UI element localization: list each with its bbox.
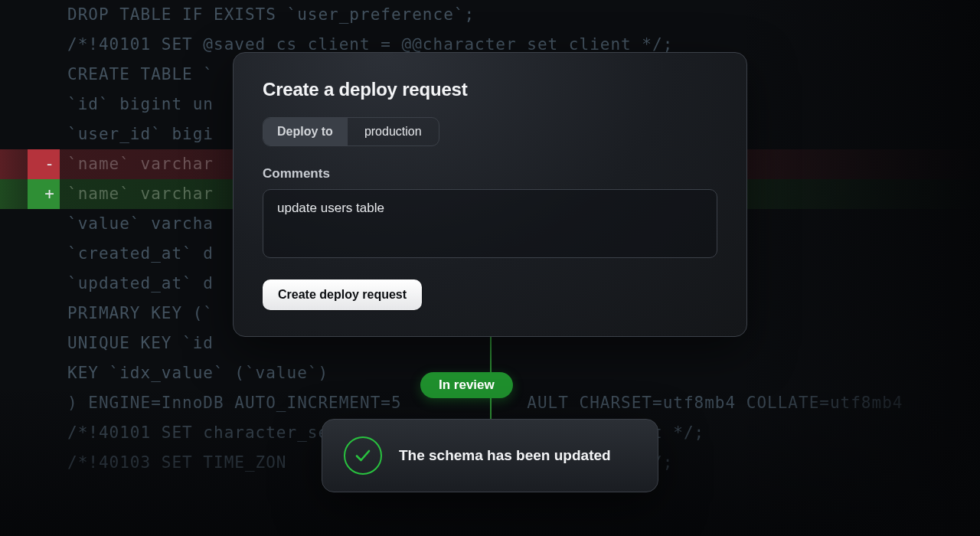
comments-textarea[interactable]	[263, 189, 717, 258]
code-text: `id` bigint un	[67, 90, 214, 119]
deploy-to-selector[interactable]: Deploy to production	[263, 117, 439, 146]
schema-updated-toast: The schema has been updated	[322, 419, 658, 492]
code-text: UNIQUE KEY `id	[67, 328, 214, 358]
check-circle-icon	[344, 436, 382, 475]
code-text: PRIMARY KEY (`	[67, 299, 214, 328]
minus-icon: -	[41, 149, 58, 179]
plus-icon: +	[41, 179, 58, 209]
toast-message: The schema has been updated	[399, 447, 611, 464]
deploy-request-modal: Create a deploy request Deploy to produc…	[233, 52, 747, 337]
code-text: `name` varchar	[67, 149, 214, 179]
code-line: DROP TABLE IF EXISTS `user_preference`;	[0, 0, 980, 30]
code-text: `name` varchar	[67, 179, 214, 209]
code-text: DROP TABLE IF EXISTS `user_preference`;	[67, 0, 475, 30]
deploy-to-label: Deploy to	[263, 118, 348, 145]
code-text: `value` varcha	[67, 209, 214, 239]
code-text: CREATE TABLE `	[67, 60, 214, 90]
status-badge: In review	[420, 372, 513, 398]
modal-title: Create a deploy request	[263, 79, 717, 100]
code-text: KEY `idx_value` (`value`)	[67, 358, 328, 388]
create-deploy-request-button[interactable]: Create deploy request	[263, 279, 422, 310]
deploy-to-value[interactable]: production	[348, 118, 439, 145]
code-text: `user_id` bigi	[67, 119, 214, 149]
comments-label: Comments	[263, 166, 717, 181]
